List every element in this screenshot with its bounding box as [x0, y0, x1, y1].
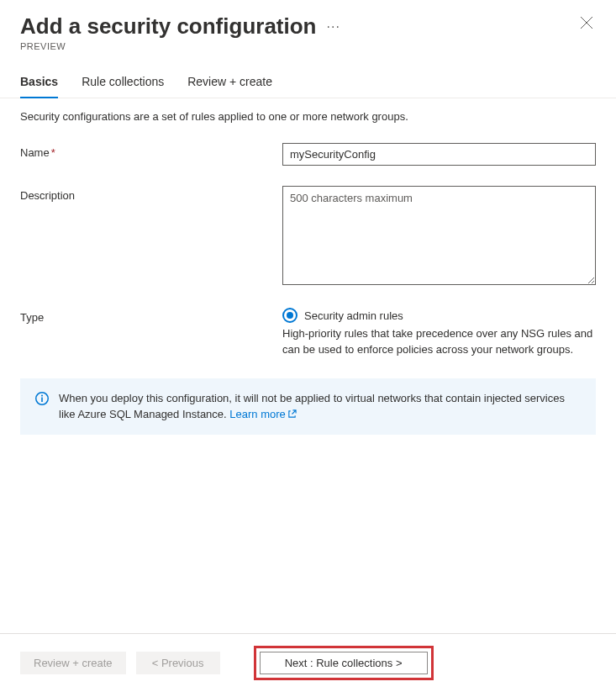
radio-button-icon: [282, 308, 297, 323]
content: Security configurations are a set of rul…: [0, 98, 616, 633]
preview-label: PREVIEW: [20, 41, 340, 51]
close-icon: [581, 17, 592, 29]
more-icon[interactable]: ···: [327, 19, 340, 34]
radio-help-text: High-priority rules that take precedence…: [282, 326, 596, 358]
name-label: Name*: [20, 143, 282, 166]
previous-button[interactable]: < Previous: [136, 652, 220, 674]
radio-label: Security admin rules: [304, 309, 403, 322]
header-left: Add a security configuration ··· PREVIEW: [20, 13, 340, 51]
learn-more-link[interactable]: Learn more: [229, 408, 296, 420]
info-message: When you deploy this configuration, it w…: [59, 392, 565, 421]
svg-rect-4: [41, 397, 43, 402]
title-row: Add a security configuration ···: [20, 13, 340, 40]
panel-header: Add a security configuration ··· PREVIEW: [0, 0, 616, 58]
name-label-text: Name: [20, 146, 50, 159]
tab-rule-collections[interactable]: Rule collections: [82, 75, 164, 98]
type-control: Security admin rules High-priority rules…: [282, 308, 596, 358]
info-banner: When you deploy this configuration, it w…: [20, 378, 596, 435]
name-input[interactable]: [282, 143, 596, 166]
learn-more-text: Learn more: [229, 408, 285, 420]
description-control: [282, 186, 596, 288]
description-row: Description: [20, 186, 596, 288]
required-asterisk: *: [51, 146, 55, 159]
type-label: Type: [20, 308, 282, 358]
highlight-box: Next : Rule collections >: [254, 646, 434, 680]
intro-text: Security configurations are a set of rul…: [20, 110, 596, 123]
type-row: Type Security admin rules High-priority …: [20, 308, 596, 358]
svg-point-3: [41, 394, 43, 396]
name-row: Name*: [20, 143, 596, 166]
footer: Review + create < Previous Next : Rule c…: [0, 633, 616, 692]
name-control: [282, 143, 596, 166]
close-button[interactable]: [577, 13, 596, 34]
review-create-button[interactable]: Review + create: [20, 652, 126, 674]
radio-selected-dot: [287, 312, 293, 319]
info-text: When you deploy this configuration, it w…: [59, 390, 581, 423]
tabs: Basics Rule collections Review + create: [0, 58, 616, 98]
radio-security-admin[interactable]: Security admin rules: [282, 308, 596, 323]
description-input[interactable]: [282, 186, 596, 285]
next-button[interactable]: Next : Rule collections >: [260, 652, 428, 674]
page-title: Add a security configuration: [20, 13, 317, 40]
tab-review-create[interactable]: Review + create: [187, 75, 272, 98]
tab-basics[interactable]: Basics: [20, 75, 58, 98]
external-link-icon: [287, 409, 297, 419]
info-icon: [35, 392, 49, 405]
description-label: Description: [20, 186, 282, 288]
